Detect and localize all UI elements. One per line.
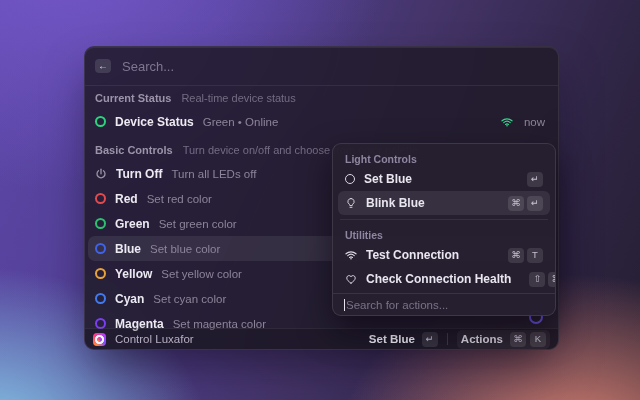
- item-title: Blue: [115, 242, 141, 256]
- item-subtitle: Set green color: [159, 218, 237, 230]
- app-name: Control Luxafor: [115, 333, 194, 345]
- item-title: Device Status: [115, 115, 194, 129]
- popup-item-title: Test Connection: [366, 248, 459, 262]
- status-ring-icon: [95, 116, 106, 127]
- back-button[interactable]: ←: [95, 59, 111, 73]
- color-ring-icon: [95, 268, 106, 279]
- item-subtitle: Set yellow color: [161, 268, 242, 280]
- luxafor-app-icon: [93, 333, 106, 346]
- shortcut-keys: ⌘ T: [508, 248, 543, 263]
- command-key-icon: ⌘: [510, 332, 526, 347]
- item-subtitle: Green • Online: [203, 116, 279, 128]
- item-title: Green: [115, 217, 150, 231]
- popup-divider: [340, 219, 548, 220]
- color-ring-icon: [95, 193, 106, 204]
- actions-search-input[interactable]: Search for actions...: [333, 293, 555, 315]
- return-key-icon: ↵: [527, 196, 543, 211]
- actions-menu-button[interactable]: Actions ⌘ K: [457, 330, 550, 349]
- last-updated-text: now: [524, 116, 545, 128]
- popup-item-blink-blue[interactable]: Blink Blue ⌘ ↵: [338, 191, 550, 215]
- primary-action-button[interactable]: Set Blue ↵: [369, 332, 438, 347]
- action-bar: Control Luxafor Set Blue ↵ Actions ⌘ K: [85, 328, 558, 349]
- actions-label: Actions: [461, 333, 503, 345]
- popup-item-check-connection-health[interactable]: Check Connection Health ⇧ ⌘ H: [338, 267, 550, 291]
- primary-action-label: Set Blue: [369, 333, 415, 345]
- item-subtitle: Set blue color: [150, 243, 220, 255]
- text-cursor: [344, 299, 345, 311]
- popup-item-title: Set Blue: [364, 172, 412, 186]
- return-key-icon: ↵: [422, 332, 438, 347]
- section-subtitle: Real-time device status: [181, 92, 295, 104]
- command-key-icon: ⌘: [508, 248, 524, 263]
- popup-section-label: Light Controls: [345, 153, 417, 165]
- color-ring-icon: [95, 243, 106, 254]
- popup-item-test-connection[interactable]: Test Connection ⌘ T: [338, 243, 550, 267]
- command-key-icon: ⌘: [508, 196, 524, 211]
- section-label: Basic Controls: [95, 144, 173, 156]
- back-arrow-icon: ←: [98, 61, 108, 71]
- actions-search-placeholder: Search for actions...: [346, 299, 448, 311]
- item-subtitle: Set red color: [147, 193, 212, 205]
- color-ring-icon: [95, 293, 106, 304]
- color-ring-icon: [95, 218, 106, 229]
- shortcut-keys: ⇧ ⌘ H: [529, 272, 556, 287]
- return-key-icon: ↵: [527, 172, 543, 187]
- wifi-icon: [501, 117, 513, 127]
- item-subtitle: Set cyan color: [153, 293, 226, 305]
- shortcut-keys: ↵: [527, 172, 543, 187]
- footer-divider: [447, 333, 448, 345]
- shortcut-keys: ⌘ ↵: [508, 196, 543, 211]
- popup-section-utilities: Utilities: [338, 226, 550, 243]
- header-divider: [85, 85, 558, 86]
- item-title: Yellow: [115, 267, 152, 281]
- search-input[interactable]: Search...: [122, 59, 174, 74]
- list-item-device-status[interactable]: Device Status Green • Online now: [88, 109, 555, 134]
- popup-item-title: Check Connection Health: [366, 272, 511, 286]
- section-label: Current Status: [95, 92, 171, 104]
- command-key-icon: ⌘: [548, 272, 556, 287]
- popup-item-title: Blink Blue: [366, 196, 425, 210]
- item-title: Cyan: [115, 292, 144, 306]
- search-header: ← Search...: [85, 47, 558, 85]
- item-accessory: now: [501, 116, 548, 128]
- shift-key-icon: ⇧: [529, 272, 545, 287]
- power-icon: [95, 168, 107, 180]
- circle-icon: [345, 174, 355, 184]
- section-current-status: Current Status Real-time device status: [88, 87, 555, 109]
- item-title: Turn Off: [116, 167, 162, 181]
- k-key-icon: K: [530, 332, 546, 347]
- popup-section-light-controls: Light Controls: [338, 150, 550, 167]
- item-subtitle: Turn all LEDs off: [171, 168, 256, 180]
- bulb-icon: [345, 197, 357, 209]
- t-key-icon: T: [527, 248, 543, 263]
- heart-icon: [345, 273, 357, 285]
- item-title: Red: [115, 192, 138, 206]
- wifi-icon: [345, 250, 357, 260]
- desktop-wallpaper: ← Search... Current Status Real-time dev…: [0, 0, 640, 400]
- popup-item-set-blue[interactable]: Set Blue ↵: [338, 167, 550, 191]
- popup-section-label: Utilities: [345, 229, 383, 241]
- actions-popup: Light Controls Set Blue ↵ Blink Blue ⌘ ↵: [332, 143, 556, 316]
